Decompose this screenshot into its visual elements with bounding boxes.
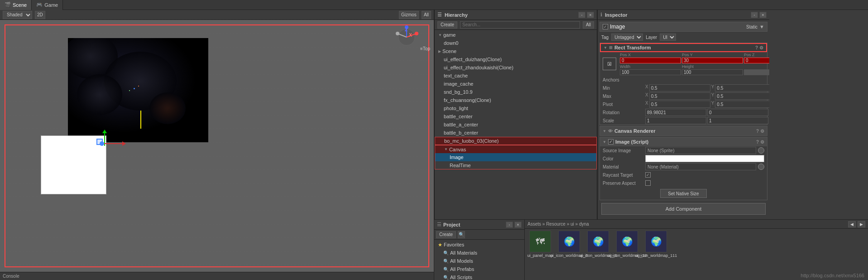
breadcrumb-back-btn[interactable]: ◀ (848, 221, 856, 227)
preserve-aspect-checkbox[interactable] (645, 180, 651, 186)
anchor-max-x[interactable] (649, 92, 710, 100)
pos-z-input[interactable] (744, 58, 769, 63)
list-item[interactable]: ▼ game (435, 31, 597, 39)
2d-button[interactable]: 2D (35, 11, 45, 19)
list-item[interactable]: text_cache (435, 72, 597, 80)
cloud-background (68, 38, 208, 142)
source-image-select-btn[interactable] (758, 147, 764, 154)
list-item[interactable]: ui_effect_zhandoukaishi(Clone) (435, 63, 597, 72)
list-item-image-selected[interactable]: Image (435, 153, 597, 161)
hierarchy-create-btn[interactable]: Create (437, 21, 457, 29)
anchor-min-x[interactable] (649, 84, 710, 92)
favorites-item[interactable]: ★ Favorites (434, 241, 524, 249)
asset-label: ui_icon_worldmap_111 (635, 253, 677, 258)
expand-icon[interactable]: ▼ (603, 129, 606, 133)
all-button[interactable]: All (422, 11, 431, 19)
color-row: Color (600, 154, 767, 163)
all-models-label: All Models (450, 258, 473, 264)
pivot-x[interactable] (649, 101, 710, 108)
breadcrumb-text: Assets » Resource » ui » dyna (528, 222, 589, 227)
image-script-section: ▼ Image (Script) ? ⚙ Source Image None (… (599, 137, 767, 200)
hierarchy-panel: ☰ Hierarchy - × Create All ▼ game (434, 10, 597, 219)
project-expand-btn[interactable]: × (514, 222, 522, 228)
pivot-y[interactable] (715, 101, 769, 108)
list-item[interactable]: battle_b_center (435, 129, 597, 137)
list-item[interactable]: image_cache (435, 80, 597, 88)
pos-xyz-row: Pos X Pos Y Pos Z (620, 53, 769, 63)
particle-green (129, 90, 130, 91)
list-item-canvas[interactable]: ▼ Canvas (435, 145, 597, 153)
extra-input[interactable] (744, 69, 769, 75)
tag-select[interactable]: Untagged (611, 34, 643, 41)
list-item[interactable]: ▶ Scene (435, 47, 597, 55)
scene-viewport[interactable]: X Z ≡Top (0, 20, 434, 272)
list-item-highlighted[interactable]: bo_mc_luobo_03(Clone) (435, 137, 597, 145)
rotation-x[interactable] (645, 109, 706, 116)
project-lock-btn[interactable]: - (506, 222, 513, 228)
asset-thumb: 🌍 (587, 231, 609, 252)
item-label: bo_mc_luobo_03(Clone) (444, 138, 499, 144)
inspector-lock-btn[interactable]: - (751, 12, 758, 18)
question-icon[interactable]: ? (756, 140, 759, 145)
question-icon[interactable]: ? (755, 45, 758, 50)
question-icon[interactable]: ? (756, 129, 759, 134)
list-item[interactable]: snd_bg_10.9 (435, 88, 597, 96)
static-dropdown-icon[interactable]: ▼ (759, 24, 764, 29)
asset-item-worldmap-111[interactable]: 🌍 ui_icon_worldmap_111 (643, 231, 670, 258)
set-native-size-btn[interactable]: Set Native Size (660, 189, 706, 198)
hierarchy-lock-btn[interactable]: - (578, 12, 585, 18)
list-item[interactable]: down0 (435, 39, 597, 47)
all-materials-item[interactable]: 🔍 All Materials (434, 249, 524, 257)
raycast-checkbox[interactable] (645, 172, 651, 178)
all-prefabs-item[interactable]: 🔍 All Prefabs (434, 265, 524, 273)
gear-icon[interactable]: ⚙ (760, 129, 764, 134)
add-component-button[interactable]: Add Component (601, 203, 766, 215)
set-native-size-row: Set Native Size (600, 187, 767, 200)
scene-toolbar: Shaded 2D Gizmos All (0, 10, 434, 20)
width-input[interactable] (620, 69, 681, 75)
list-item[interactable]: battle_a_center (435, 121, 597, 129)
anchor-min-y[interactable] (715, 84, 769, 92)
color-swatch[interactable] (645, 155, 764, 162)
height-input[interactable] (682, 69, 743, 75)
all-scripts-item[interactable]: 🔍 All Scripts (434, 273, 524, 280)
gear-icon[interactable]: ⚙ (760, 140, 764, 145)
expand-icon[interactable]: ▼ (604, 46, 607, 50)
list-item[interactable]: ui_effect_duizhang(Clone) (435, 55, 597, 63)
anchor-max-y[interactable] (715, 92, 769, 100)
pos-x-input[interactable] (620, 58, 681, 63)
hierarchy-all-btn[interactable]: All (583, 21, 594, 29)
image-enabled-checkbox[interactable] (608, 139, 614, 145)
asset-item-panel-map[interactable]: 🗺 ui_panel_map (527, 231, 554, 258)
breadcrumb-fwd-btn[interactable]: ▶ (858, 221, 865, 227)
favorites-icon: ★ (438, 242, 442, 248)
layer-select[interactable]: UI (660, 34, 676, 41)
project-create-btn[interactable]: Create (436, 231, 456, 238)
material-select-btn[interactable] (758, 164, 764, 170)
tab-game[interactable]: 🎮 Game (32, 0, 63, 10)
tab-scene[interactable]: 🎬 Scene (0, 0, 32, 10)
scale-x[interactable] (645, 117, 706, 124)
list-item-realtime[interactable]: RealTime (435, 161, 597, 169)
list-item[interactable]: photo_light (435, 104, 597, 112)
hierarchy-expand-btn[interactable]: × (587, 12, 594, 18)
expand-icon[interactable]: ▼ (603, 140, 606, 144)
scale-y[interactable] (707, 117, 768, 124)
anchor-center-diagram[interactable] (603, 58, 616, 70)
all-models-item[interactable]: 🔍 All Models (434, 257, 524, 265)
list-item[interactable]: battle_center (435, 112, 597, 121)
shaded-select[interactable]: Shaded (3, 11, 32, 19)
hierarchy-search[interactable] (460, 21, 580, 29)
hierarchy-toolbar: Create All (435, 20, 597, 30)
inspector-icon: ℹ (600, 12, 602, 18)
asset-item-worldmap-3[interactable]: 🌍 ui_icon_worldmap_3 (556, 231, 583, 258)
project-search-btn[interactable]: 🔍 (458, 231, 465, 238)
pos-y-input[interactable] (682, 58, 743, 63)
scale-row: Scale (600, 116, 767, 125)
rotation-y[interactable] (707, 109, 768, 116)
gear-icon[interactable]: ⚙ (759, 45, 763, 50)
active-checkbox[interactable] (603, 24, 608, 29)
gizmos-button[interactable]: Gizmos (399, 11, 419, 19)
inspector-expand-btn[interactable]: × (759, 12, 767, 18)
list-item[interactable]: fx_chuansong(Clone) (435, 96, 597, 104)
